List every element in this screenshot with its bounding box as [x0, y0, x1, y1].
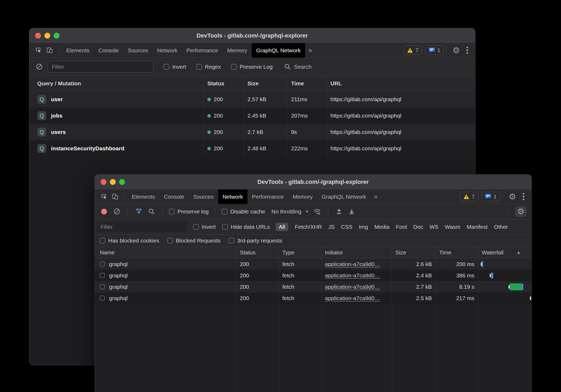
column-header-type[interactable]: Type	[279, 247, 321, 258]
column-divider[interactable]	[321, 304, 322, 392]
tab-network[interactable]: Network	[218, 189, 247, 204]
column-header-time[interactable]: Time	[436, 247, 478, 258]
title-bar[interactable]: DevTools - gitlab.com/-/graphql-explorer	[95, 175, 531, 189]
throttling-dropdown[interactable]: No throttling ▼	[272, 208, 309, 215]
column-divider[interactable]	[436, 304, 436, 392]
device-toolbar-icon[interactable]	[111, 192, 120, 201]
issues-badge[interactable]: 1	[481, 192, 500, 201]
column-header-name[interactable]: Name	[95, 247, 236, 258]
column-header-url[interactable]: URL	[327, 76, 475, 91]
column-divider[interactable]	[392, 304, 392, 392]
more-tabs-icon[interactable]: »	[305, 46, 315, 54]
status-cell: 200	[236, 281, 279, 292]
initiator-link[interactable]: application-a7ca9d0…	[325, 272, 380, 279]
type-filter-other[interactable]: Other	[491, 223, 511, 231]
type-filter-ws[interactable]: WS	[426, 223, 442, 231]
tab-sources[interactable]: Sources	[189, 189, 218, 204]
kebab-menu-icon[interactable]	[463, 46, 471, 54]
third-party-requests-checkbox[interactable]	[228, 238, 234, 244]
search-control[interactable]: Search	[284, 63, 312, 70]
warnings-badge[interactable]: 7	[404, 45, 422, 55]
inspect-element-icon[interactable]	[100, 192, 109, 201]
table-row[interactable]: Quser 200 2.57 kB 211ms https://gitlab.c…	[29, 91, 475, 108]
preserve-log-checkbox[interactable]	[231, 64, 237, 70]
type-filter-media[interactable]: Media	[371, 223, 393, 231]
type-filter-doc[interactable]: Doc	[410, 223, 426, 231]
export-har-icon[interactable]	[347, 207, 356, 216]
table-row[interactable]: graphql 200 fetch application-a7ca9d0… 2…	[95, 292, 531, 304]
invert-checkbox[interactable]	[163, 64, 169, 70]
table-row[interactable]: Qusers 200 2.7 kB 9s https://gitlab.com/…	[29, 124, 475, 140]
column-header-status[interactable]: Status	[236, 247, 279, 258]
filter-funnel-icon[interactable]	[134, 207, 143, 216]
tab-console[interactable]: Console	[160, 189, 189, 204]
regex-checkbox[interactable]	[196, 64, 202, 70]
tab-elements[interactable]: Elements	[127, 189, 160, 204]
tab-memory[interactable]: Memory	[288, 189, 317, 204]
blocked-requests-checkbox[interactable]	[167, 238, 173, 244]
kebab-menu-icon[interactable]	[519, 192, 528, 201]
table-row[interactable]: QinstanceSecurityDashboard 200 2.48 kB 2…	[29, 140, 475, 157]
filter-input[interactable]	[48, 61, 153, 73]
settings-gear-icon[interactable]: ⚙	[449, 46, 463, 54]
device-toolbar-icon[interactable]	[45, 46, 54, 55]
tab-performance[interactable]: Performance	[247, 189, 288, 204]
network-settings-gear-icon[interactable]: ⚙	[515, 206, 527, 217]
search-icon[interactable]	[147, 207, 156, 216]
inspect-element-icon[interactable]	[34, 46, 43, 55]
type-filter-font[interactable]: Font	[393, 223, 410, 231]
clear-icon[interactable]	[35, 62, 44, 71]
record-network-log-icon[interactable]	[100, 207, 109, 216]
network-conditions-icon[interactable]	[313, 207, 322, 216]
column-header-waterfall[interactable]: Waterfall ▲	[478, 247, 531, 258]
column-header-status[interactable]: Status	[203, 76, 243, 91]
tab-performance[interactable]: Performance	[182, 43, 223, 58]
clear-icon[interactable]	[112, 207, 121, 216]
title-bar[interactable]: DevTools - gitlab.com/-/graphql-explorer	[29, 28, 475, 43]
invert-checkbox[interactable]	[193, 224, 199, 230]
issues-badge[interactable]: 1	[425, 45, 444, 55]
tab-sources[interactable]: Sources	[123, 43, 153, 58]
filter-input[interactable]	[97, 222, 187, 232]
settings-gear-icon[interactable]: ⚙	[506, 193, 519, 201]
preserve-log-checkbox[interactable]	[169, 209, 175, 214]
type-filter-js[interactable]: JS	[325, 223, 338, 231]
warnings-badge[interactable]: 7	[460, 192, 478, 201]
table-row[interactable]: graphql 200 fetch application-a7ca9d0… 2…	[95, 281, 531, 292]
row-checkbox[interactable]	[100, 284, 105, 289]
import-har-icon[interactable]	[335, 207, 344, 216]
table-row[interactable]: Qjobs 200 2.45 kB 207ms https://gitlab.c…	[29, 108, 475, 124]
tab-console[interactable]: Console	[94, 43, 123, 58]
tab-memory[interactable]: Memory	[223, 43, 252, 58]
column-header-size[interactable]: Size	[243, 76, 287, 91]
row-checkbox[interactable]	[100, 273, 105, 278]
type-filter-wasm[interactable]: Wasm	[442, 223, 464, 231]
tab-network[interactable]: Network	[153, 43, 182, 58]
type-filter-img[interactable]: Img	[356, 223, 371, 231]
disable-cache-checkbox[interactable]	[222, 209, 227, 214]
type-filter-manifest[interactable]: Manifest	[464, 223, 491, 231]
column-header-size[interactable]: Size	[392, 247, 436, 258]
more-tabs-icon[interactable]: »	[371, 193, 381, 201]
type-filter-all[interactable]: All	[276, 223, 288, 231]
table-row[interactable]: graphql 200 fetch application-a7ca9d0… 2…	[95, 270, 531, 281]
tab-elements[interactable]: Elements	[62, 43, 94, 58]
has-blocked-cookies-checkbox[interactable]	[100, 238, 105, 244]
initiator-link[interactable]: application-a7ca9d0…	[325, 295, 380, 301]
row-checkbox[interactable]	[100, 262, 105, 267]
tab-graphql-network[interactable]: GraphQL Network	[252, 43, 305, 58]
column-divider[interactable]	[236, 304, 237, 392]
column-header-query-mutation[interactable]: Query / Mutation	[29, 76, 203, 91]
tab-graphql-network[interactable]: GraphQL Network	[317, 189, 371, 204]
initiator-link[interactable]: application-a7ca9d0…	[325, 261, 380, 267]
type-filter-css[interactable]: CSS	[338, 223, 356, 231]
column-header-initiator[interactable]: Initiator	[321, 247, 392, 258]
column-divider[interactable]	[478, 304, 479, 392]
hide-data-urls-checkbox[interactable]	[222, 224, 228, 230]
column-divider[interactable]	[279, 304, 279, 392]
column-header-time[interactable]: Time	[287, 76, 327, 91]
initiator-link[interactable]: application-a7ca9d0…	[325, 284, 380, 290]
table-row[interactable]: graphql 200 fetch application-a7ca9d0… 2…	[95, 258, 531, 270]
row-checkbox[interactable]	[100, 296, 105, 301]
type-filter-fetch-xhr[interactable]: Fetch/XHR	[292, 223, 325, 231]
